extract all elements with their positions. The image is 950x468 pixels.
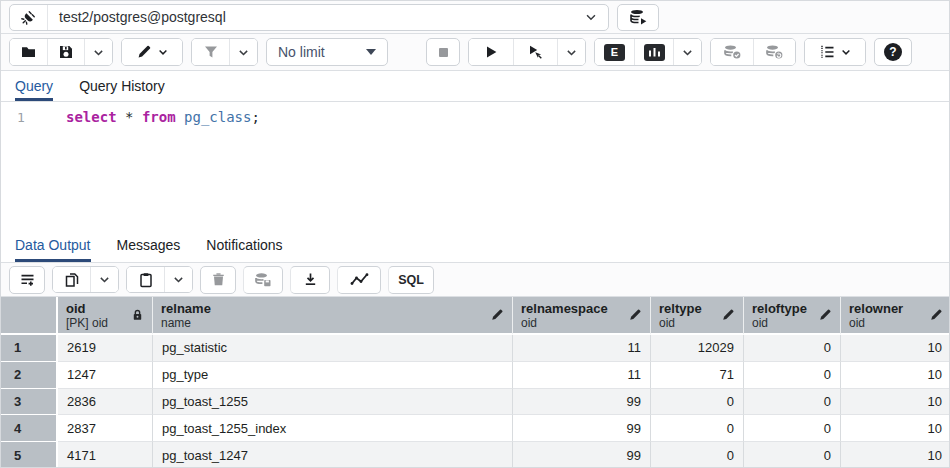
copy-options-chevron[interactable] [90,267,118,292]
cell-oid[interactable]: 2836 [58,389,153,416]
tab-query-history[interactable]: Query History [79,71,165,101]
table-row: 1 2619 pg_statistic 11 12029 0 10 [1,335,950,362]
add-row-button[interactable] [9,266,45,294]
cell-reltype[interactable]: 0 [651,389,744,416]
transaction-button-group [710,38,796,66]
macros-button-group [804,38,866,66]
row-number[interactable]: 1 [1,335,58,362]
cell-relnamespace[interactable]: 11 [513,362,651,389]
sql-editor[interactable]: 1 select * from pg_class; [1,102,949,229]
cell-reltype[interactable]: 0 [651,415,744,442]
cell-relnamespace[interactable]: 99 [513,389,651,416]
cell-reloftype[interactable]: 0 [744,362,841,389]
cell-oid[interactable]: 1247 [58,362,153,389]
cell-relnamespace[interactable]: 11 [513,335,651,362]
code-line[interactable]: select * from pg_class; [56,102,260,229]
explain-button-group: E [594,38,702,66]
tab-messages[interactable]: Messages [117,229,181,262]
save-file-icon [58,44,74,60]
explain-options-chevron[interactable] [673,39,701,65]
cell-relowner[interactable]: 10 [841,335,950,362]
open-file-icon [20,44,37,60]
row-limit-value: No limit [278,44,325,60]
row-limit-select[interactable]: No limit [266,38,388,66]
cell-relowner[interactable]: 10 [841,362,950,389]
row-number[interactable]: 3 [1,389,58,416]
cell-oid[interactable]: 2837 [58,415,153,442]
cell-relname[interactable]: pg_toast_1255_index [153,415,513,442]
macros-button[interactable] [805,39,865,65]
column-header-reltype[interactable]: reltype oid [651,297,744,335]
cancel-query-button[interactable] [426,38,460,66]
explain-button[interactable]: E [595,39,634,65]
graph-button[interactable] [337,266,381,294]
cell-relnamespace[interactable]: 99 [513,442,651,468]
cell-reloftype[interactable]: 0 [744,442,841,468]
explain-analyze-icon [644,44,665,61]
cell-relname[interactable]: pg_statistic [153,335,513,362]
execute-options-chevron[interactable] [557,39,585,65]
query-tool-window: test2/postgres@postgresql [0,0,950,468]
copy-button[interactable] [53,267,90,292]
cell-relowner[interactable]: 10 [841,415,950,442]
sql-button[interactable]: SQL [388,266,434,294]
sql-text [176,109,184,125]
open-file-button[interactable] [10,39,47,65]
filter-button[interactable] [192,39,229,65]
table-row: 5 4171 pg_toast_1247 99 0 0 10 [1,442,950,468]
column-header-reloftype[interactable]: reloftype oid [744,297,841,335]
chevron-down-icon [172,273,185,286]
tab-data-output[interactable]: Data Output [15,229,91,262]
cell-relnamespace[interactable]: 99 [513,415,651,442]
pencil-icon [490,308,504,322]
row-number[interactable]: 2 [1,362,58,389]
help-button[interactable]: ? [874,38,912,66]
save-options-chevron[interactable] [84,39,112,65]
cell-reltype[interactable]: 71 [651,362,744,389]
grid-corner-cell[interactable] [1,297,58,335]
cell-relname[interactable]: pg_toast_1255 [153,389,513,416]
edit-pencil-icon [136,44,152,60]
cell-relowner[interactable]: 10 [841,389,950,416]
cell-reloftype[interactable]: 0 [744,389,841,416]
row-number[interactable]: 4 [1,415,58,442]
save-file-button[interactable] [47,39,84,65]
row-number[interactable]: 5 [1,442,58,468]
cell-reltype[interactable]: 0 [651,442,744,468]
cell-relname[interactable]: pg_toast_1247 [153,442,513,468]
column-header-relname[interactable]: relname name [153,297,513,335]
filter-options-chevron[interactable] [229,39,257,65]
execute-to-cursor-button[interactable] [513,39,557,65]
edit-menu-button[interactable] [122,39,182,65]
edit-button-group [121,38,183,66]
column-header-relowner[interactable]: relowner oid [841,297,950,335]
new-connection-button[interactable] [617,4,659,31]
result-toolbar: SQL [1,263,949,297]
execute-button[interactable] [469,39,513,65]
download-button[interactable] [290,266,330,294]
commit-button[interactable] [711,39,753,65]
cell-oid[interactable]: 4171 [58,442,153,468]
column-header-relnamespace[interactable]: relnamespace oid [513,297,651,335]
sql-keyword: select [66,109,117,125]
cell-oid[interactable]: 2619 [58,335,153,362]
pencil-icon [721,308,735,322]
sql-identifier: pg_class [184,109,251,125]
delete-row-button[interactable] [200,266,236,294]
paste-button[interactable] [127,267,164,292]
database-new-connection-icon [629,9,647,25]
paste-options-chevron[interactable] [164,267,192,292]
rollback-button[interactable] [753,39,795,65]
tab-query[interactable]: Query [15,71,53,101]
tab-notifications[interactable]: Notifications [206,229,282,262]
connection-selector[interactable]: test2/postgres@postgresql [9,4,609,31]
cell-relname[interactable]: pg_type [153,362,513,389]
save-data-button[interactable] [243,266,283,294]
cell-relowner[interactable]: 10 [841,442,950,468]
cell-reloftype[interactable]: 0 [744,415,841,442]
chevron-down-icon[interactable] [574,5,608,30]
cell-reltype[interactable]: 12029 [651,335,744,362]
cell-reloftype[interactable]: 0 [744,335,841,362]
explain-analyze-button[interactable] [634,39,673,65]
column-header-oid[interactable]: oid [PK] oid [58,297,153,335]
